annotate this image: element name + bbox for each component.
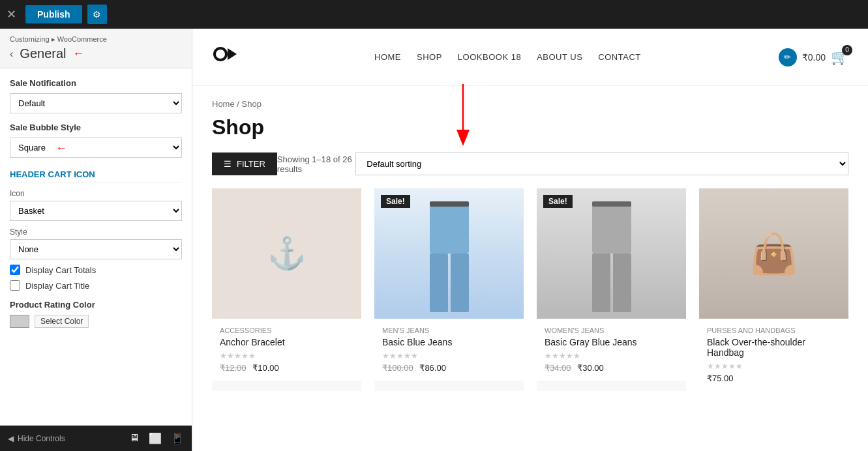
product-stars-2: ★★★★★ — [382, 351, 516, 360]
svg-rect-7 — [592, 201, 631, 254]
style-field-label: Style — [10, 227, 182, 237]
cart-area: ✏ ₹0.00 🛒 0 — [779, 48, 848, 66]
desktop-icon[interactable]: 🖥 — [129, 432, 140, 444]
product-name-3[interactable]: Basic Gray Blue Jeans — [545, 337, 678, 347]
svg-point-0 — [215, 48, 226, 60]
bracelet-thumbnail — [212, 188, 361, 319]
tablet-icon[interactable]: ⬜ — [149, 432, 162, 444]
icon-select[interactable]: Basket Cart Bag — [10, 201, 182, 221]
sale-bubble-select-wrapper: Square Circle None ← — [10, 138, 182, 158]
gear-icon: ⚙ — [93, 9, 101, 20]
site-nav: HOME SHOP LOOKBOOK 18 ABOUT US CONTACT — [374, 52, 641, 62]
gear-button[interactable]: ⚙ — [87, 5, 107, 24]
product-price-2: ₹100.00 ₹86.00 — [382, 363, 516, 373]
nav-about[interactable]: ABOUT US — [537, 52, 582, 62]
display-cart-totals-row: Display Cart Totals — [10, 265, 182, 275]
handbag-thumbnail — [699, 188, 848, 319]
product-rating-color-label: Product Rating Color — [10, 300, 182, 310]
panel-content: Sale Notification Default Sale Bubble St… — [0, 68, 192, 425]
svg-rect-6 — [430, 201, 469, 207]
svg-rect-9 — [613, 254, 631, 312]
product-card-2: Sale! Men's Jeans Basic Blue Jeans ★★★★★… — [374, 188, 524, 391]
showing-results-text: Showing 1–18 of 26 results — [277, 154, 355, 174]
cart-count-badge: 0 — [842, 45, 852, 55]
svg-rect-10 — [592, 201, 631, 207]
product-card-4: Purses And Handbags Black Over-the-shoul… — [699, 188, 848, 391]
product-category-2: Men's Jeans — [382, 327, 516, 334]
style-select[interactable]: None Filled Outline — [10, 239, 182, 259]
new-price-3: ₹30.00 — [577, 363, 604, 373]
back-button[interactable]: ‹ — [10, 48, 13, 60]
admin-bar: ✕ Publish ⚙ — [0, 0, 868, 29]
svg-rect-5 — [451, 254, 469, 312]
sorting-select[interactable]: Default sorting — [355, 153, 848, 175]
panel-header: Customizing ▸ WooCommerce ‹ General ← — [0, 29, 192, 68]
product-category-3: Women's Jeans — [545, 327, 678, 334]
display-cart-totals-label[interactable]: Display Cart Totals — [25, 265, 96, 275]
select-color-button[interactable]: Select Color — [35, 315, 89, 328]
product-image-1 — [212, 188, 361, 319]
hide-controls-button[interactable]: ◀ Hide Controls — [8, 434, 65, 443]
color-swatch[interactable] — [10, 315, 29, 328]
sale-bubble-style-select[interactable]: Square Circle None — [10, 138, 182, 158]
sale-notification-label: Sale Notification — [10, 78, 182, 88]
product-info-1: Accessories Anchor Bracelet ★★★★★ ₹12.00… — [212, 319, 361, 381]
page-heading: Shop — [212, 115, 848, 139]
product-price-3: ₹34.00 ₹30.00 — [545, 363, 678, 373]
cart-icon-wrapper[interactable]: 🛒 0 — [831, 49, 848, 66]
cart-price: ₹0.00 — [802, 52, 826, 63]
product-name-2[interactable]: Basic Blue Jeans — [382, 337, 516, 347]
product-info-3: Women's Jeans Basic Gray Blue Jeans ★★★★… — [537, 319, 686, 381]
hide-controls-arrow-icon: ◀ — [8, 434, 14, 443]
product-image-4 — [699, 188, 848, 319]
color-picker-row: Select Color — [10, 315, 182, 328]
display-cart-totals-checkbox[interactable] — [10, 265, 20, 275]
breadcrumb-trail: Home / Shop — [212, 99, 848, 109]
svg-rect-4 — [430, 254, 448, 312]
product-info-2: Men's Jeans Basic Blue Jeans ★★★★★ ₹100.… — [374, 319, 524, 381]
old-price-1: ₹12.00 — [220, 363, 247, 373]
product-name-1[interactable]: Anchor Bracelet — [220, 337, 353, 347]
product-name-4[interactable]: Black Over-the-shoulder Handbag — [707, 337, 841, 358]
product-card-1: Accessories Anchor Bracelet ★★★★★ ₹12.00… — [212, 188, 361, 391]
left-panel: Customizing ▸ WooCommerce ‹ General ← Sa… — [0, 29, 192, 451]
shop-toolbar: ☰ FILTER Showing 1–18 of 26 results Defa… — [212, 153, 848, 175]
filter-button[interactable]: ☰ FILTER — [212, 153, 277, 175]
nav-contact[interactable]: CONTACT — [598, 52, 640, 62]
jeans-blue-thumbnail — [374, 188, 524, 319]
sale-badge-2: Sale! — [381, 195, 410, 208]
nav-shop[interactable]: SHOP — [417, 52, 442, 62]
panel-title: General — [20, 46, 66, 61]
jeans-figure-svg — [423, 201, 475, 319]
product-stars-1: ★★★★★ — [220, 351, 353, 360]
panel-title-row: ‹ General ← — [10, 46, 182, 61]
icon-field-label: Icon — [10, 189, 182, 198]
shop-content: Home / Shop Shop ☰ FILTER Showing 1–18 o… — [192, 86, 868, 451]
display-cart-title-checkbox[interactable] — [10, 280, 20, 291]
site-header: HOME SHOP LOOKBOOK 18 ABOUT US CONTACT ✏… — [192, 29, 868, 86]
nav-home[interactable]: HOME — [374, 52, 401, 62]
mobile-icon[interactable]: 📱 — [171, 432, 184, 444]
product-grid: Accessories Anchor Bracelet ★★★★★ ₹12.00… — [212, 188, 848, 391]
new-price-4: ₹75.00 — [707, 373, 734, 383]
old-price-3: ₹34.00 — [545, 363, 571, 373]
product-image-2: Sale! — [374, 188, 524, 319]
display-cart-title-label[interactable]: Display Cart Title — [25, 281, 89, 291]
publish-button[interactable]: Publish — [25, 5, 82, 23]
nav-lookbook[interactable]: LOOKBOOK 18 — [458, 52, 521, 62]
product-category-1: Accessories — [220, 327, 353, 334]
old-price-2: ₹100.00 — [382, 363, 413, 373]
header-cart-icon-title: HEADER CART ICON — [10, 169, 182, 182]
sale-badge-3: Sale! — [543, 195, 573, 208]
breadcrumb: Customizing ▸ WooCommerce — [10, 35, 182, 44]
pencil-edit-icon[interactable]: ✏ — [779, 48, 797, 66]
product-card-3: Sale! Women's Jeans Basic Gray Blue Jean… — [537, 188, 686, 391]
main-layout: Customizing ▸ WooCommerce ‹ General ← Sa… — [0, 29, 868, 451]
preview-area: HOME SHOP LOOKBOOK 18 ABOUT US CONTACT ✏… — [192, 29, 868, 451]
sale-notification-select[interactable]: Default — [10, 93, 182, 113]
jeans-gray-thumbnail — [537, 188, 686, 319]
product-price-1: ₹12.00 ₹10.00 — [220, 363, 353, 373]
product-price-4: ₹75.00 — [707, 373, 841, 383]
product-info-4: Purses And Handbags Black Over-the-shoul… — [699, 319, 848, 391]
close-button[interactable]: ✕ — [7, 7, 16, 22]
